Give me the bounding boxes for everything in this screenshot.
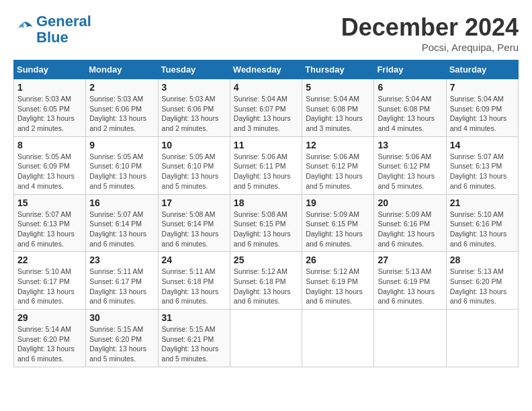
day-number: 23 xyxy=(89,255,154,265)
day-number: 17 xyxy=(162,197,226,208)
day-info: Sunrise: 5:08 AMSunset: 6:14 PMDaylight:… xyxy=(162,210,226,249)
calendar-table: Sunday Monday Tuesday Wednesday Thursday… xyxy=(13,60,519,367)
day-info: Sunrise: 5:06 AMSunset: 6:12 PMDaylight:… xyxy=(306,152,370,191)
logo-text: General Blue xyxy=(36,13,91,46)
table-row: 18Sunrise: 5:08 AMSunset: 6:15 PMDayligh… xyxy=(230,194,302,252)
day-info: Sunrise: 5:15 AMSunset: 6:21 PMDaylight:… xyxy=(162,324,226,364)
table-row: 13Sunrise: 5:06 AMSunset: 6:12 PMDayligh… xyxy=(374,136,446,194)
table-row: 28Sunrise: 5:13 AMSunset: 6:20 PMDayligh… xyxy=(446,252,518,310)
day-number: 24 xyxy=(162,255,226,265)
day-number: 14 xyxy=(450,140,515,150)
table-row: 21Sunrise: 5:10 AMSunset: 6:16 PMDayligh… xyxy=(446,194,518,252)
day-info: Sunrise: 5:11 AMSunset: 6:18 PMDaylight:… xyxy=(162,267,226,306)
col-sunday: Sunday xyxy=(14,60,86,79)
table-row: 19Sunrise: 5:09 AMSunset: 6:15 PMDayligh… xyxy=(302,194,374,252)
day-info: Sunrise: 5:05 AMSunset: 6:10 PMDaylight:… xyxy=(162,152,226,191)
day-number: 9 xyxy=(89,140,154,150)
day-number: 26 xyxy=(306,255,370,265)
day-info: Sunrise: 5:04 AMSunset: 6:08 PMDaylight:… xyxy=(306,94,370,134)
day-info: Sunrise: 5:12 AMSunset: 6:18 PMDaylight:… xyxy=(234,267,298,306)
table-row: 11Sunrise: 5:06 AMSunset: 6:11 PMDayligh… xyxy=(230,136,302,194)
table-row: 25Sunrise: 5:12 AMSunset: 6:18 PMDayligh… xyxy=(230,252,302,310)
day-info: Sunrise: 5:13 AMSunset: 6:20 PMDaylight:… xyxy=(450,267,515,306)
day-number: 10 xyxy=(162,140,226,150)
day-info: Sunrise: 5:12 AMSunset: 6:19 PMDaylight:… xyxy=(306,267,370,306)
table-row: 6Sunrise: 5:04 AMSunset: 6:08 PMDaylight… xyxy=(374,79,446,137)
day-number: 5 xyxy=(306,82,370,93)
day-number: 8 xyxy=(17,140,82,150)
page-header: General Blue December 2024 Pocsi, Arequi… xyxy=(13,13,519,53)
table-row: 31Sunrise: 5:15 AMSunset: 6:21 PMDayligh… xyxy=(158,310,230,367)
day-number: 4 xyxy=(234,82,298,93)
day-number: 11 xyxy=(234,140,298,150)
col-tuesday: Tuesday xyxy=(158,60,230,79)
day-number: 21 xyxy=(450,197,515,208)
day-number: 1 xyxy=(17,82,82,93)
table-row: 1Sunrise: 5:03 AMSunset: 6:05 PMDaylight… xyxy=(14,79,86,137)
day-number: 6 xyxy=(378,82,442,93)
table-row: 30Sunrise: 5:15 AMSunset: 6:20 PMDayligh… xyxy=(86,310,158,367)
table-row: 17Sunrise: 5:08 AMSunset: 6:14 PMDayligh… xyxy=(158,194,230,252)
table-row: 8Sunrise: 5:05 AMSunset: 6:09 PMDaylight… xyxy=(14,136,86,194)
title-block: December 2024 Pocsi, Arequipa, Peru xyxy=(341,13,519,53)
table-row: 12Sunrise: 5:06 AMSunset: 6:12 PMDayligh… xyxy=(302,136,374,194)
table-row: 16Sunrise: 5:07 AMSunset: 6:14 PMDayligh… xyxy=(86,194,158,252)
day-number: 7 xyxy=(450,82,515,93)
day-number: 19 xyxy=(306,197,370,208)
table-row xyxy=(446,310,518,367)
location-subtitle: Pocsi, Arequipa, Peru xyxy=(341,42,519,53)
col-monday: Monday xyxy=(86,60,158,79)
col-saturday: Saturday xyxy=(446,60,518,79)
day-number: 15 xyxy=(17,197,82,208)
day-info: Sunrise: 5:07 AMSunset: 6:13 PMDaylight:… xyxy=(450,152,515,191)
table-row: 23Sunrise: 5:11 AMSunset: 6:17 PMDayligh… xyxy=(86,252,158,310)
table-row: 29Sunrise: 5:14 AMSunset: 6:20 PMDayligh… xyxy=(14,310,86,367)
col-thursday: Thursday xyxy=(302,60,374,79)
table-row: 27Sunrise: 5:13 AMSunset: 6:19 PMDayligh… xyxy=(374,252,446,310)
table-row: 20Sunrise: 5:09 AMSunset: 6:16 PMDayligh… xyxy=(374,194,446,252)
calendar-header-row: Sunday Monday Tuesday Wednesday Thursday… xyxy=(14,60,519,79)
day-number: 18 xyxy=(234,197,298,208)
day-number: 30 xyxy=(89,312,154,323)
day-number: 29 xyxy=(17,312,82,323)
table-row: 4Sunrise: 5:04 AMSunset: 6:07 PMDaylight… xyxy=(230,79,302,137)
day-number: 3 xyxy=(162,82,226,93)
day-info: Sunrise: 5:03 AMSunset: 6:05 PMDaylight:… xyxy=(17,94,82,134)
day-info: Sunrise: 5:15 AMSunset: 6:20 PMDaylight:… xyxy=(89,324,154,364)
table-row: 26Sunrise: 5:12 AMSunset: 6:19 PMDayligh… xyxy=(302,252,374,310)
col-wednesday: Wednesday xyxy=(230,60,302,79)
logo: General Blue xyxy=(13,13,91,46)
table-row: 22Sunrise: 5:10 AMSunset: 6:17 PMDayligh… xyxy=(14,252,86,310)
day-info: Sunrise: 5:14 AMSunset: 6:20 PMDaylight:… xyxy=(17,324,82,364)
table-row: 3Sunrise: 5:03 AMSunset: 6:06 PMDaylight… xyxy=(158,79,230,137)
day-info: Sunrise: 5:09 AMSunset: 6:16 PMDaylight:… xyxy=(378,210,442,249)
logo-icon xyxy=(13,19,34,40)
day-number: 28 xyxy=(450,255,515,265)
day-number: 27 xyxy=(378,255,442,265)
day-info: Sunrise: 5:09 AMSunset: 6:15 PMDaylight:… xyxy=(306,210,370,249)
day-info: Sunrise: 5:04 AMSunset: 6:07 PMDaylight:… xyxy=(234,94,298,134)
col-friday: Friday xyxy=(374,60,446,79)
day-info: Sunrise: 5:03 AMSunset: 6:06 PMDaylight:… xyxy=(89,94,154,134)
day-info: Sunrise: 5:10 AMSunset: 6:16 PMDaylight:… xyxy=(450,210,515,249)
day-number: 16 xyxy=(89,197,154,208)
day-info: Sunrise: 5:10 AMSunset: 6:17 PMDaylight:… xyxy=(17,267,82,306)
day-info: Sunrise: 5:07 AMSunset: 6:14 PMDaylight:… xyxy=(89,210,154,249)
day-info: Sunrise: 5:05 AMSunset: 6:10 PMDaylight:… xyxy=(89,152,154,191)
day-info: Sunrise: 5:06 AMSunset: 6:12 PMDaylight:… xyxy=(378,152,442,191)
table-row: 14Sunrise: 5:07 AMSunset: 6:13 PMDayligh… xyxy=(446,136,518,194)
table-row: 24Sunrise: 5:11 AMSunset: 6:18 PMDayligh… xyxy=(158,252,230,310)
day-info: Sunrise: 5:05 AMSunset: 6:09 PMDaylight:… xyxy=(17,152,82,191)
table-row: 10Sunrise: 5:05 AMSunset: 6:10 PMDayligh… xyxy=(158,136,230,194)
day-number: 20 xyxy=(378,197,442,208)
table-row: 9Sunrise: 5:05 AMSunset: 6:10 PMDaylight… xyxy=(86,136,158,194)
day-info: Sunrise: 5:08 AMSunset: 6:15 PMDaylight:… xyxy=(234,210,298,249)
table-row xyxy=(374,310,446,367)
day-info: Sunrise: 5:04 AMSunset: 6:08 PMDaylight:… xyxy=(378,94,442,134)
day-number: 13 xyxy=(378,140,442,150)
day-info: Sunrise: 5:13 AMSunset: 6:19 PMDaylight:… xyxy=(378,267,442,306)
day-number: 22 xyxy=(17,255,82,265)
day-number: 31 xyxy=(162,312,226,323)
table-row: 7Sunrise: 5:04 AMSunset: 6:09 PMDaylight… xyxy=(446,79,518,137)
day-info: Sunrise: 5:03 AMSunset: 6:06 PMDaylight:… xyxy=(162,94,226,134)
